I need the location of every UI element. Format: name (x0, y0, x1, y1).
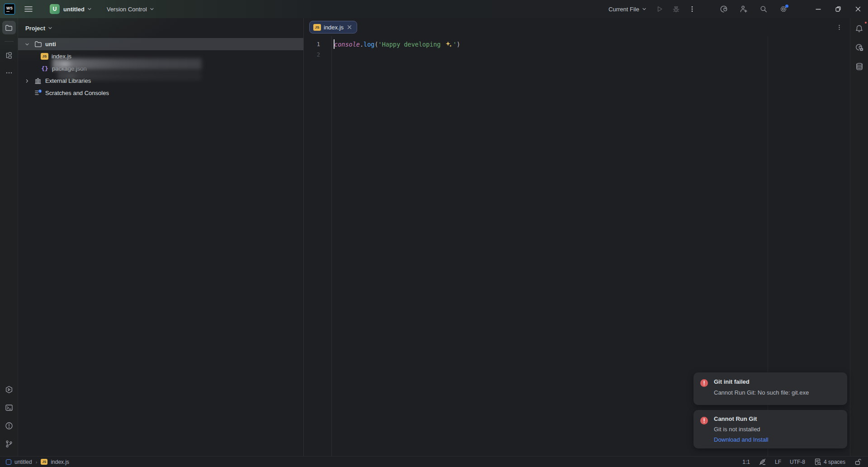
breadcrumb-module[interactable]: untitled (6, 459, 32, 465)
editor-tab-bar: JS index.js (304, 18, 850, 36)
close-icon[interactable] (848, 0, 868, 18)
breadcrumb-file[interactable]: JS index.js (41, 459, 69, 465)
project-panel-header[interactable]: Project (18, 18, 303, 38)
json-file-icon: {} (41, 65, 49, 73)
webstorm-logo[interactable]: WS (4, 4, 15, 14)
notification-badge (864, 21, 868, 24)
debug-icon[interactable] (669, 2, 683, 16)
line-separator-widget[interactable]: LF (775, 459, 781, 465)
run-icon[interactable] (653, 2, 666, 16)
chevron-expanded-icon (24, 42, 30, 47)
indent-label: 4 spaces (824, 459, 845, 465)
text-caret (334, 39, 335, 49)
ai-assistant-icon[interactable] (717, 2, 731, 16)
code-token-string: 'Happy developing (378, 41, 444, 48)
terminal-tool-icon[interactable] (2, 401, 16, 415)
tab-close-icon[interactable] (346, 24, 353, 30)
services-tool-icon[interactable] (2, 383, 16, 396)
rail-divider (5, 41, 14, 42)
add-user-icon[interactable] (737, 2, 750, 16)
tree-row-project-root[interactable]: unti (18, 38, 303, 50)
chevron-down-icon (642, 6, 647, 12)
code-token-log: log (363, 41, 374, 48)
gutter-separator (331, 36, 332, 456)
notification-message: Git is not installed (714, 426, 760, 433)
module-icon (6, 459, 11, 465)
javascript-file-icon: JS (313, 24, 321, 31)
javascript-file-icon: JS (41, 459, 47, 465)
restore-icon[interactable] (828, 0, 848, 18)
code-token-close-paren: ) (457, 41, 460, 48)
problems-tool-icon[interactable] (2, 419, 16, 433)
minimize-icon[interactable] (808, 0, 828, 18)
tab-options-icon[interactable] (834, 22, 844, 33)
ai-assistant-chat-icon[interactable] (853, 41, 866, 54)
chevron-down-icon (87, 6, 92, 12)
settings-gear-icon[interactable] (777, 2, 790, 16)
code-token-dot: . (360, 41, 363, 48)
error-icon (700, 417, 708, 424)
code-line-2[interactable]: 2 (304, 49, 850, 60)
left-tool-rail (0, 18, 18, 456)
main-menu-icon[interactable] (21, 2, 36, 16)
version-control-tool-icon[interactable] (2, 437, 16, 451)
chevron-collapsed-icon (24, 78, 30, 84)
indent-settings-icon (814, 458, 821, 466)
redacted-smear (58, 71, 202, 81)
scratches-icon (34, 89, 42, 97)
notification-title: Git init failed (714, 378, 750, 385)
chevron-down-icon (47, 25, 53, 31)
database-icon[interactable] (853, 60, 866, 73)
code-token-open-paren: ( (374, 41, 378, 48)
tree-label: Scratches and Consoles (45, 90, 109, 96)
encoding-widget[interactable]: UTF-8 (790, 459, 805, 465)
code-line-1[interactable]: 1 console.log('Happy developing ') (304, 39, 850, 49)
download-and-install-link[interactable]: Download and Install (714, 436, 769, 443)
vcs-label: Version Control (107, 6, 147, 13)
chevron-down-icon (149, 6, 155, 12)
library-icon (34, 77, 42, 85)
project-selector[interactable]: U untitled (47, 2, 95, 16)
webstorm-logo-text: WS (6, 6, 13, 10)
project-panel: Project unti JS index.js {} package.json (18, 18, 304, 456)
more-tool-windows-icon[interactable] (2, 66, 16, 80)
folder-icon (34, 40, 42, 48)
run-configuration-label: Current File (609, 6, 639, 13)
project-avatar: U (50, 4, 60, 14)
notification-message: Cannot Run Git: No such file: git.exe (714, 389, 809, 396)
tab-label: index.js (324, 24, 344, 31)
structure-tool-icon[interactable] (2, 48, 16, 62)
error-icon (700, 379, 708, 387)
caret-position-widget[interactable]: 1:1 (742, 459, 750, 465)
notification-title: Cannot Run Git (714, 415, 757, 422)
javascript-file-icon: JS (41, 53, 48, 60)
indent-widget[interactable]: 4 spaces (814, 458, 845, 466)
tab-index-js[interactable]: JS index.js (309, 21, 357, 33)
title-bar: WS U untitled Version Control Current Fi… (0, 0, 868, 18)
project-tool-icon[interactable] (2, 21, 16, 34)
notifications-bell-icon[interactable] (853, 22, 866, 35)
webstorm-window: WS U untitled Version Control Current Fi… (0, 0, 868, 467)
tree-row-scratches[interactable]: Scratches and Consoles (18, 87, 303, 99)
notification-git-init-failed[interactable]: Git init failed Cannot Run Git: No such … (693, 372, 847, 405)
unlocked-icon[interactable] (854, 458, 862, 466)
settings-badge (785, 5, 788, 8)
search-icon[interactable] (757, 2, 770, 16)
breadcrumb-module-label: untitled (14, 459, 32, 465)
project-tree: unti JS index.js {} package.json Externa… (18, 38, 303, 99)
line-number[interactable]: 1 (304, 41, 320, 48)
status-bar: untitled › JS index.js 1:1 LF UTF-8 4 sp… (0, 456, 868, 467)
breadcrumb-file-label: index.js (51, 459, 69, 465)
notification-cannot-run-git[interactable]: Cannot Run Git Git is not installed Down… (693, 410, 847, 448)
run-configuration-selector[interactable]: Current File (605, 2, 650, 16)
right-tool-rail (850, 18, 868, 456)
redacted-project-path (52, 58, 202, 70)
more-options-icon[interactable] (685, 2, 699, 16)
sparkles-emoji (445, 41, 452, 48)
code-token-string-close: ' (453, 41, 457, 48)
line-number[interactable]: 2 (304, 51, 320, 58)
inspections-disabled-icon[interactable] (759, 458, 766, 466)
vcs-selector[interactable]: Version Control (104, 2, 158, 16)
project-name: untitled (63, 6, 85, 13)
project-root-label: unti (45, 41, 56, 48)
